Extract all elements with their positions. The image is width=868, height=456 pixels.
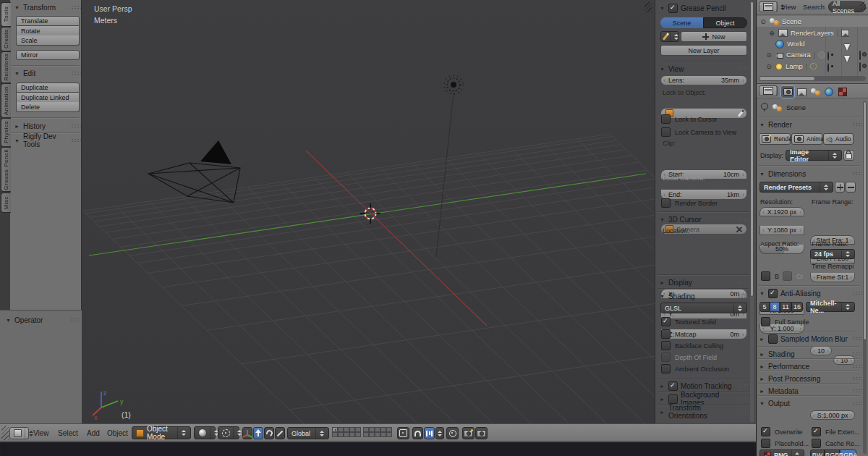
border-row[interactable]: B [761, 271, 779, 281]
opengl-render-anim-button[interactable] [475, 427, 488, 439]
opengl-render-button[interactable] [462, 427, 475, 439]
new-layer-button[interactable]: New Layer [660, 45, 747, 56]
rotate-button[interactable]: Rotate [16, 26, 80, 36]
visibility-eye-icon[interactable] [827, 64, 829, 72]
panel-drag-handle[interactable] [852, 122, 862, 127]
properties-scrollbar-thumb[interactable] [863, 101, 867, 340]
layer-cell[interactable] [349, 432, 355, 437]
menu-select[interactable]: Select [58, 429, 78, 437]
panel-header-sampled-motion-blur[interactable]: Sampled Motion Blur [760, 334, 862, 344]
panel-header-motion-tracking[interactable]: Motion Tracking [660, 381, 748, 391]
layer-cell[interactable] [332, 427, 338, 432]
npanel-scrollbar-thumb[interactable] [750, 1, 754, 297]
editor-type-selector[interactable] [9, 427, 29, 439]
aa-samples-5-button[interactable]: 5 [760, 302, 770, 312]
motion-tracking-checkbox[interactable] [668, 381, 678, 391]
aa-size-field[interactable]: S:1.000 px [810, 410, 855, 420]
toolshelf-tab-misc[interactable]: Misc [1, 193, 11, 213]
aa-samples-11-button[interactable]: 11 [780, 302, 791, 312]
toolshelf-tab-animation[interactable]: Animation [1, 83, 11, 118]
object-toggle[interactable]: Object [703, 17, 747, 28]
outliner-row-lamp[interactable]: ⊙Lamp| [757, 61, 868, 72]
panel-header-history[interactable]: History [14, 121, 81, 131]
editor-type-selector[interactable] [759, 1, 778, 12]
toolshelf-tab-create[interactable]: Create [1, 27, 11, 51]
grease-pencil-checkbox[interactable] [668, 4, 678, 13]
scale-manipulator-toggle[interactable] [275, 427, 285, 439]
layer-cell[interactable] [349, 427, 355, 432]
ambient-occlusion-checkbox[interactable] [661, 364, 671, 373]
panel-header-performance[interactable]: Performance [760, 361, 862, 371]
color-mode-rgb-button[interactable]: RGB [825, 449, 840, 456]
snap-element-button[interactable] [424, 427, 435, 439]
scale-button[interactable]: Scale [16, 35, 80, 46]
aa-samples-8-button[interactable]: 8 [770, 302, 780, 312]
layer-cell[interactable] [375, 427, 380, 432]
aa-samples-16-button[interactable]: 16 [791, 302, 803, 312]
translate-button[interactable]: Translate [16, 16, 80, 26]
frame-step-field[interactable]: Frame St:1 [810, 273, 855, 282]
color-mode-rgba-button[interactable]: RGBA [840, 449, 856, 456]
panel-drag-handle[interactable] [738, 410, 748, 414]
layer-cell[interactable] [386, 427, 392, 432]
tab-render-layers[interactable] [794, 85, 809, 98]
orientation-dropdown[interactable]: Global [287, 427, 329, 439]
display-lock-button[interactable] [843, 150, 854, 161]
resolution-y-field[interactable]: Y:1080 px [760, 226, 804, 235]
expand-toggle-icon[interactable]: ⊙ [760, 18, 767, 25]
file-extensions-row[interactable]: File Exten... [812, 427, 860, 436]
layer-cell[interactable] [344, 432, 349, 437]
panel-drag-handle[interactable] [71, 71, 81, 75]
layer-cell[interactable] [369, 427, 375, 432]
pivot-point-dropdown[interactable] [218, 426, 239, 439]
layer-cell[interactable] [338, 432, 344, 437]
pin-icon[interactable] [761, 103, 768, 110]
panel-drag-handle[interactable] [738, 397, 748, 401]
selectability-cursor-icon[interactable] [844, 62, 850, 70]
menu-view[interactable]: View [33, 429, 49, 437]
viewport-3d[interactable]: z y x User Persp Meters (1) [82, 0, 655, 423]
render-display-dropdown[interactable]: Image Editor [786, 150, 842, 161]
aa-filter-dropdown[interactable]: Mitchell-Ne... [806, 302, 855, 312]
toolshelf-tab-grease-pencil[interactable]: Grease Pencil [1, 147, 11, 192]
region-resize-corner[interactable] [644, 2, 652, 12]
outliner-row-renderlayers[interactable]: ⊕RenderLayers| [757, 28, 868, 38]
outliner-row-scene[interactable]: ⊙Scene [757, 16, 868, 27]
panel-drag-handle[interactable] [69, 318, 80, 322]
toolshelf-tab-physics[interactable]: Physics [1, 118, 11, 147]
layer-cell[interactable] [375, 432, 380, 437]
panel-header-metadata[interactable]: Metadata [760, 386, 862, 396]
snap-target-button[interactable] [446, 427, 459, 439]
textured-solid-checkbox[interactable] [661, 317, 671, 326]
panel-drag-handle[interactable] [738, 67, 748, 71]
panel-drag-handle[interactable] [71, 138, 81, 143]
motion-blur-checkbox[interactable] [768, 334, 778, 344]
outliner-hscrollbar-thumb[interactable] [759, 76, 815, 81]
color-mode-bw-button[interactable]: BW [810, 449, 825, 456]
layer-cell[interactable] [355, 427, 361, 432]
toolshelf-tab-relations[interactable]: Relations [1, 51, 11, 83]
tab-scene[interactable] [808, 85, 822, 98]
tab-render[interactable] [780, 85, 795, 98]
panel-drag-handle[interactable] [852, 401, 862, 405]
render-presets-dropdown[interactable]: Render Presets [760, 182, 833, 193]
duplicate-button[interactable]: Duplicate [16, 83, 80, 93]
shading-mode-dropdown[interactable]: GLSL [660, 303, 747, 313]
panel-header-edit[interactable]: Edit [14, 68, 81, 78]
panel-drag-handle[interactable] [71, 124, 81, 128]
render-animation-button[interactable]: Animati [791, 133, 822, 145]
menu-add[interactable]: Add [87, 429, 100, 437]
panel-header-shading[interactable]: Shading [760, 349, 862, 359]
preset-add-button[interactable] [835, 182, 845, 193]
file-format-dropdown[interactable]: PNG [760, 449, 804, 456]
region-resize-corner[interactable] [860, 1, 867, 10]
anti-aliasing-checkbox[interactable] [768, 289, 778, 298]
panel-header-render[interactable]: Render [760, 119, 862, 130]
snap-toggle[interactable] [412, 427, 423, 439]
panel-drag-handle[interactable] [738, 6, 748, 10]
backface-culling-row[interactable]: Backface Culling [661, 341, 723, 350]
translate-manipulator-toggle[interactable] [253, 427, 263, 439]
mirror-button[interactable]: Mirror [16, 50, 80, 60]
manipulate-centers-toggle[interactable] [397, 427, 409, 439]
grease-pencil-mode-dropdown[interactable] [660, 31, 679, 42]
